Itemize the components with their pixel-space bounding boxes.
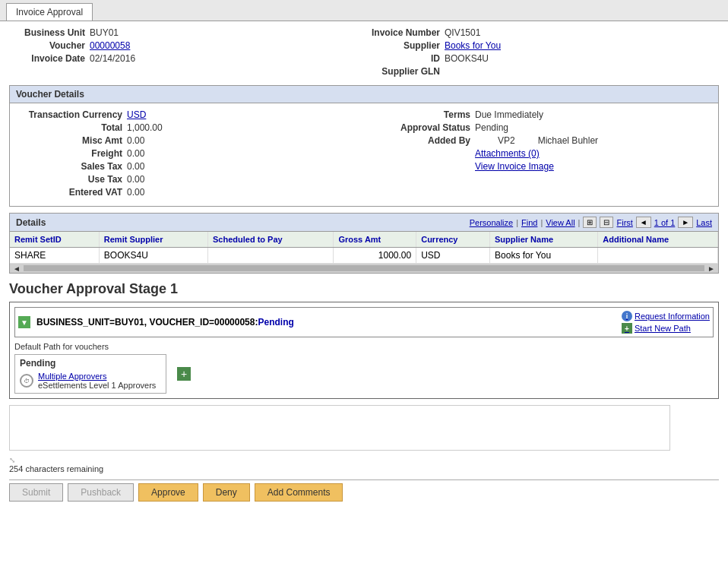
view-all-link[interactable]: View All (546, 218, 574, 227)
add-approver-button[interactable]: + (177, 367, 191, 381)
id-value: BOOKS4U (445, 53, 489, 64)
last-link[interactable]: Last (696, 218, 712, 227)
header-left: Business Unit BUY01 Voucher 00000058 Inv… (9, 27, 364, 79)
pushback-button: Pushback (68, 483, 134, 502)
collapse-button[interactable]: ▼ (18, 316, 30, 328)
scroll-right-arrow[interactable]: ► (707, 264, 715, 273)
approve-button[interactable]: Approve (138, 483, 198, 502)
approval-id: BUSINESS_UNIT=BUY01, VOUCHER_ID=00000058… (36, 317, 294, 328)
invoice-number-label: Invoice Number (364, 27, 440, 38)
button-row: Submit Pushback Approve Deny Add Comment… (9, 483, 719, 502)
invoice-date-value: 02/14/2016 (90, 53, 135, 64)
cell-currency: USD (416, 248, 490, 264)
pending-label: Pending (20, 358, 161, 369)
voucher-details-left: Transaction Currency USD Total 1,000.00 … (16, 108, 364, 201)
horizontal-scrollbar[interactable]: ◄ ► (10, 264, 718, 273)
supplier-gln-label: Supplier GLN (364, 66, 440, 77)
start-new-path-link[interactable]: + Start New Path (622, 323, 710, 334)
sales-tax-value: 0.00 (127, 161, 144, 172)
voucher-details-header: Voucher Details (10, 86, 718, 103)
comment-textarea[interactable] (9, 405, 670, 451)
approval-status-value: Pending (475, 122, 508, 133)
col-remit-supplier: Remit Supplier (99, 232, 207, 248)
table-header-row: Remit SetID Remit Supplier Scheduled to … (10, 232, 718, 248)
invoice-approval-tab[interactable]: Invoice Approval (6, 3, 93, 21)
sep1: | (516, 218, 518, 227)
next-button[interactable]: ► (678, 217, 693, 228)
sales-tax-label: Sales Tax (16, 161, 122, 172)
id-label: ID (364, 53, 440, 64)
find-link[interactable]: Find (521, 218, 537, 227)
col-additional-name: Additional Name (598, 232, 718, 248)
divider (9, 479, 719, 480)
info-icon: i (622, 311, 632, 321)
approver-sub: eSettlements Level 1 Approvers (38, 381, 156, 390)
total-label: Total (16, 122, 122, 133)
header-right: Invoice Number QIV1501 Supplier Books fo… (364, 27, 719, 79)
pending-row: ⏱ Multiple Approvers eSettlements Level … (20, 372, 161, 390)
col-scheduled-to-pay: Scheduled to Pay (208, 232, 334, 248)
scroll-left-arrow[interactable]: ◄ (13, 264, 21, 273)
cell-remit-setid: SHARE (10, 248, 99, 264)
approval-box: ▼ BUSINESS_UNIT=BUY01, VOUCHER_ID=000000… (9, 302, 719, 399)
business-unit-label: Business Unit (9, 27, 85, 38)
resize-handle: ⤡ (9, 456, 719, 464)
details-table: Remit SetID Remit Supplier Scheduled to … (10, 232, 718, 264)
terms-label: Terms (364, 109, 470, 120)
voucher-label: Voucher (9, 40, 85, 51)
voucher-details-right: Terms Due Immediately Approval Status Pe… (364, 108, 712, 201)
cell-scheduled-to-pay (208, 248, 334, 264)
details-table-wrapper: Remit SetID Remit Supplier Scheduled to … (10, 232, 718, 273)
col-currency: Currency (416, 232, 490, 248)
transaction-currency-value[interactable]: USD (127, 109, 146, 120)
misc-amt-label: Misc Amt (16, 135, 122, 146)
sep3: | (578, 218, 581, 227)
approval-actions: i Request Information + Start New Path (622, 311, 710, 334)
added-by-extra: Michael Buhler (538, 135, 598, 146)
approval-header: ▼ BUSINESS_UNIT=BUY01, VOUCHER_ID=000000… (14, 307, 714, 337)
approval-status-label: Approval Status (364, 122, 470, 133)
request-information-link[interactable]: i Request Information (622, 311, 710, 321)
use-tax-label: Use Tax (16, 174, 122, 185)
deny-button[interactable]: Deny (203, 483, 250, 502)
pending-box: Pending ⏱ Multiple Approvers eSettlement… (14, 354, 166, 394)
prev-button[interactable]: ◄ (636, 217, 651, 228)
comment-section: ⤡ 254 characters remaining (9, 405, 719, 473)
added-by-value: VP2 (498, 135, 515, 146)
grid-view-button[interactable]: ⊞ (583, 217, 597, 228)
col-supplier-name: Supplier Name (490, 232, 598, 248)
invoice-number-value: QIV1501 (445, 27, 480, 38)
view-invoice-image-link[interactable]: View Invoice Image (475, 161, 554, 172)
page-count: 1 of 1 (654, 218, 676, 227)
details-header: Details Personalize | Find | View All | … (10, 214, 718, 232)
approver-name-link[interactable]: Multiple Approvers (38, 372, 156, 381)
cell-gross-amt: 1000.00 (334, 248, 416, 264)
details-nav: Personalize | Find | View All | ⊞ ⊟ Firs… (470, 217, 712, 228)
clock-icon: ⏱ (20, 374, 33, 388)
cell-supplier-name: Books for You (490, 248, 598, 264)
default-path-label: Default Path for vouchers (14, 342, 714, 351)
entered-vat-label: Entered VAT (16, 187, 122, 198)
freight-label: Freight (16, 148, 122, 159)
use-tax-value: 0.00 (127, 174, 144, 185)
voucher-value[interactable]: 00000058 (90, 40, 130, 51)
terms-value: Due Immediately (475, 109, 543, 120)
total-value: 1,000.00 (127, 122, 163, 133)
personalize-link[interactable]: Personalize (470, 218, 513, 227)
attachments-link[interactable]: Attachments (0) (475, 148, 540, 159)
add-comments-button[interactable]: Add Comments (255, 483, 343, 502)
supplier-value[interactable]: Books for You (445, 40, 501, 51)
char-count: 254 characters remaining (9, 464, 719, 473)
voucher-details-panel: Voucher Details Transaction Currency USD… (9, 85, 719, 207)
freight-value: 0.00 (127, 148, 144, 159)
table-row: SHARE BOOKS4U 1000.00 USD Books for You (10, 248, 718, 264)
details-panel: Details Personalize | Find | View All | … (9, 213, 719, 274)
supplier-label: Supplier (364, 40, 440, 51)
col-remit-setid: Remit SetID (10, 232, 99, 248)
added-by-label: Added By (364, 135, 470, 146)
chart-view-button[interactable]: ⊟ (600, 217, 613, 228)
transaction-currency-label: Transaction Currency (16, 109, 122, 120)
cell-remit-supplier: BOOKS4U (99, 248, 207, 264)
first-link[interactable]: First (616, 218, 632, 227)
details-title: Details (16, 217, 46, 228)
